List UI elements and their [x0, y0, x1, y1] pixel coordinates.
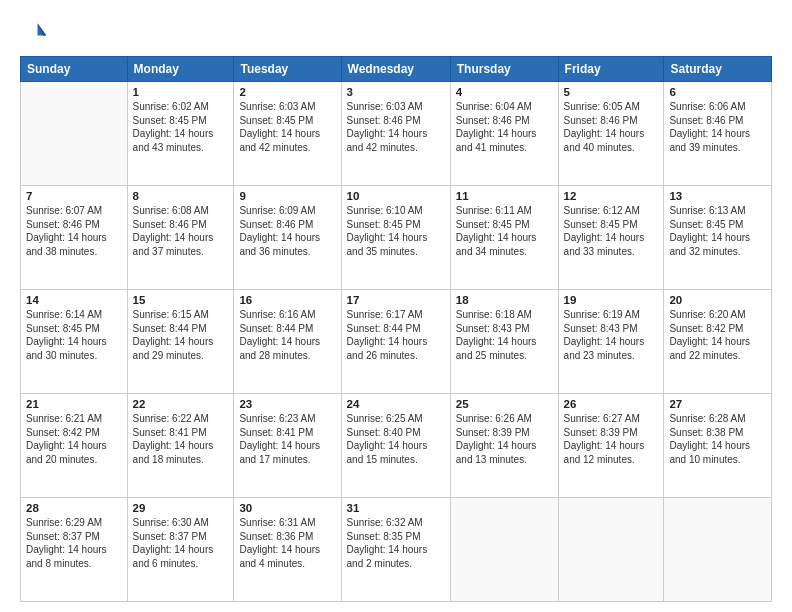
calendar-day-cell: 30Sunrise: 6:31 AMSunset: 8:36 PMDayligh… — [234, 498, 341, 602]
day-number: 5 — [564, 86, 659, 98]
day-info: Sunrise: 6:08 AMSunset: 8:46 PMDaylight:… — [133, 204, 229, 258]
day-number: 28 — [26, 502, 122, 514]
day-number: 15 — [133, 294, 229, 306]
calendar-day-cell: 18Sunrise: 6:18 AMSunset: 8:43 PMDayligh… — [450, 290, 558, 394]
calendar-day-cell: 7Sunrise: 6:07 AMSunset: 8:46 PMDaylight… — [21, 186, 128, 290]
logo-icon — [20, 18, 48, 46]
day-number: 3 — [347, 86, 445, 98]
calendar-day-cell: 17Sunrise: 6:17 AMSunset: 8:44 PMDayligh… — [341, 290, 450, 394]
day-number: 29 — [133, 502, 229, 514]
calendar-day-cell: 11Sunrise: 6:11 AMSunset: 8:45 PMDayligh… — [450, 186, 558, 290]
calendar-day-cell: 5Sunrise: 6:05 AMSunset: 8:46 PMDaylight… — [558, 82, 664, 186]
calendar-day-cell — [21, 82, 128, 186]
calendar-day-cell: 28Sunrise: 6:29 AMSunset: 8:37 PMDayligh… — [21, 498, 128, 602]
day-number: 25 — [456, 398, 553, 410]
calendar-table: SundayMondayTuesdayWednesdayThursdayFrid… — [20, 56, 772, 602]
day-of-week-header: Saturday — [664, 57, 772, 82]
calendar-day-cell: 14Sunrise: 6:14 AMSunset: 8:45 PMDayligh… — [21, 290, 128, 394]
day-of-week-header: Friday — [558, 57, 664, 82]
calendar-day-cell: 16Sunrise: 6:16 AMSunset: 8:44 PMDayligh… — [234, 290, 341, 394]
day-info: Sunrise: 6:25 AMSunset: 8:40 PMDaylight:… — [347, 412, 445, 466]
day-info: Sunrise: 6:30 AMSunset: 8:37 PMDaylight:… — [133, 516, 229, 570]
calendar-week-row: 21Sunrise: 6:21 AMSunset: 8:42 PMDayligh… — [21, 394, 772, 498]
day-number: 18 — [456, 294, 553, 306]
calendar-day-cell: 25Sunrise: 6:26 AMSunset: 8:39 PMDayligh… — [450, 394, 558, 498]
header — [20, 18, 772, 46]
day-number: 10 — [347, 190, 445, 202]
logo — [20, 18, 52, 46]
calendar-day-cell: 3Sunrise: 6:03 AMSunset: 8:46 PMDaylight… — [341, 82, 450, 186]
day-number: 2 — [239, 86, 335, 98]
day-info: Sunrise: 6:03 AMSunset: 8:46 PMDaylight:… — [347, 100, 445, 154]
calendar-day-cell — [558, 498, 664, 602]
day-info: Sunrise: 6:28 AMSunset: 8:38 PMDaylight:… — [669, 412, 766, 466]
day-of-week-header: Tuesday — [234, 57, 341, 82]
calendar-day-cell: 15Sunrise: 6:15 AMSunset: 8:44 PMDayligh… — [127, 290, 234, 394]
day-number: 30 — [239, 502, 335, 514]
day-info: Sunrise: 6:21 AMSunset: 8:42 PMDaylight:… — [26, 412, 122, 466]
day-info: Sunrise: 6:15 AMSunset: 8:44 PMDaylight:… — [133, 308, 229, 362]
calendar-week-row: 14Sunrise: 6:14 AMSunset: 8:45 PMDayligh… — [21, 290, 772, 394]
calendar-header: SundayMondayTuesdayWednesdayThursdayFrid… — [21, 57, 772, 82]
calendar-week-row: 1Sunrise: 6:02 AMSunset: 8:45 PMDaylight… — [21, 82, 772, 186]
calendar-day-cell — [664, 498, 772, 602]
calendar-day-cell: 31Sunrise: 6:32 AMSunset: 8:35 PMDayligh… — [341, 498, 450, 602]
day-number: 22 — [133, 398, 229, 410]
day-number: 13 — [669, 190, 766, 202]
calendar-day-cell: 26Sunrise: 6:27 AMSunset: 8:39 PMDayligh… — [558, 394, 664, 498]
day-info: Sunrise: 6:19 AMSunset: 8:43 PMDaylight:… — [564, 308, 659, 362]
day-info: Sunrise: 6:11 AMSunset: 8:45 PMDaylight:… — [456, 204, 553, 258]
calendar-day-cell: 21Sunrise: 6:21 AMSunset: 8:42 PMDayligh… — [21, 394, 128, 498]
day-number: 23 — [239, 398, 335, 410]
day-number: 19 — [564, 294, 659, 306]
calendar-day-cell: 24Sunrise: 6:25 AMSunset: 8:40 PMDayligh… — [341, 394, 450, 498]
day-number: 26 — [564, 398, 659, 410]
calendar-day-cell: 8Sunrise: 6:08 AMSunset: 8:46 PMDaylight… — [127, 186, 234, 290]
day-of-week-header: Sunday — [21, 57, 128, 82]
day-info: Sunrise: 6:06 AMSunset: 8:46 PMDaylight:… — [669, 100, 766, 154]
day-info: Sunrise: 6:29 AMSunset: 8:37 PMDaylight:… — [26, 516, 122, 570]
day-number: 9 — [239, 190, 335, 202]
calendar-day-cell: 9Sunrise: 6:09 AMSunset: 8:46 PMDaylight… — [234, 186, 341, 290]
day-number: 4 — [456, 86, 553, 98]
day-of-week-header: Thursday — [450, 57, 558, 82]
calendar-day-cell: 22Sunrise: 6:22 AMSunset: 8:41 PMDayligh… — [127, 394, 234, 498]
calendar-day-cell: 2Sunrise: 6:03 AMSunset: 8:45 PMDaylight… — [234, 82, 341, 186]
day-number: 21 — [26, 398, 122, 410]
day-number: 27 — [669, 398, 766, 410]
day-info: Sunrise: 6:13 AMSunset: 8:45 PMDaylight:… — [669, 204, 766, 258]
day-info: Sunrise: 6:04 AMSunset: 8:46 PMDaylight:… — [456, 100, 553, 154]
day-info: Sunrise: 6:22 AMSunset: 8:41 PMDaylight:… — [133, 412, 229, 466]
calendar-day-cell: 10Sunrise: 6:10 AMSunset: 8:45 PMDayligh… — [341, 186, 450, 290]
calendar-day-cell: 19Sunrise: 6:19 AMSunset: 8:43 PMDayligh… — [558, 290, 664, 394]
calendar-day-cell: 6Sunrise: 6:06 AMSunset: 8:46 PMDaylight… — [664, 82, 772, 186]
day-info: Sunrise: 6:05 AMSunset: 8:46 PMDaylight:… — [564, 100, 659, 154]
day-number: 16 — [239, 294, 335, 306]
calendar-day-cell: 27Sunrise: 6:28 AMSunset: 8:38 PMDayligh… — [664, 394, 772, 498]
day-info: Sunrise: 6:07 AMSunset: 8:46 PMDaylight:… — [26, 204, 122, 258]
day-info: Sunrise: 6:31 AMSunset: 8:36 PMDaylight:… — [239, 516, 335, 570]
day-number: 8 — [133, 190, 229, 202]
day-number: 1 — [133, 86, 229, 98]
calendar-day-cell: 13Sunrise: 6:13 AMSunset: 8:45 PMDayligh… — [664, 186, 772, 290]
day-of-week-header: Wednesday — [341, 57, 450, 82]
day-of-week-header: Monday — [127, 57, 234, 82]
day-number: 20 — [669, 294, 766, 306]
day-info: Sunrise: 6:26 AMSunset: 8:39 PMDaylight:… — [456, 412, 553, 466]
day-info: Sunrise: 6:32 AMSunset: 8:35 PMDaylight:… — [347, 516, 445, 570]
calendar-day-cell: 12Sunrise: 6:12 AMSunset: 8:45 PMDayligh… — [558, 186, 664, 290]
calendar-day-cell: 4Sunrise: 6:04 AMSunset: 8:46 PMDaylight… — [450, 82, 558, 186]
day-info: Sunrise: 6:18 AMSunset: 8:43 PMDaylight:… — [456, 308, 553, 362]
day-info: Sunrise: 6:17 AMSunset: 8:44 PMDaylight:… — [347, 308, 445, 362]
calendar-day-cell — [450, 498, 558, 602]
day-number: 11 — [456, 190, 553, 202]
calendar-body: 1Sunrise: 6:02 AMSunset: 8:45 PMDaylight… — [21, 82, 772, 602]
calendar-day-cell: 20Sunrise: 6:20 AMSunset: 8:42 PMDayligh… — [664, 290, 772, 394]
day-info: Sunrise: 6:10 AMSunset: 8:45 PMDaylight:… — [347, 204, 445, 258]
day-info: Sunrise: 6:20 AMSunset: 8:42 PMDaylight:… — [669, 308, 766, 362]
calendar-day-cell: 29Sunrise: 6:30 AMSunset: 8:37 PMDayligh… — [127, 498, 234, 602]
day-number: 24 — [347, 398, 445, 410]
day-info: Sunrise: 6:09 AMSunset: 8:46 PMDaylight:… — [239, 204, 335, 258]
day-info: Sunrise: 6:27 AMSunset: 8:39 PMDaylight:… — [564, 412, 659, 466]
header-row: SundayMondayTuesdayWednesdayThursdayFrid… — [21, 57, 772, 82]
